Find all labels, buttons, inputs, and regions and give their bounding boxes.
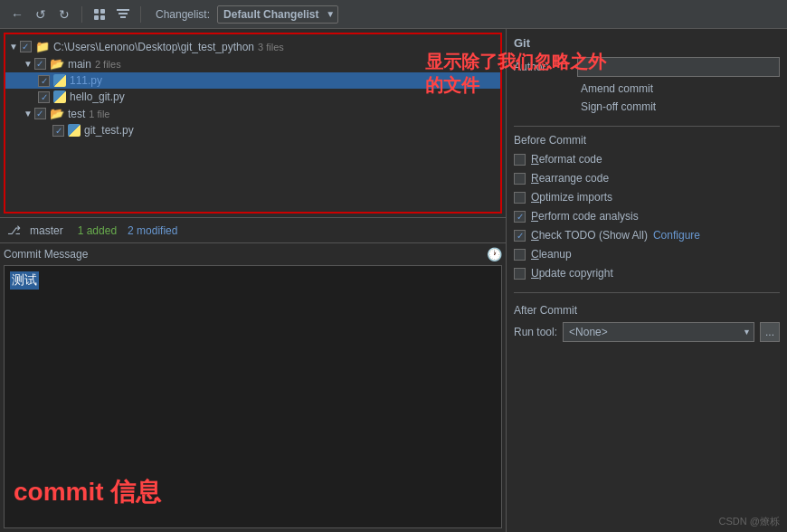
- analysis-label: Perform code analysis: [531, 210, 639, 223]
- tree-test-folder[interactable]: ▼ 📂 test 1 file: [5, 105, 500, 122]
- 111py-checkbox[interactable]: [38, 75, 50, 87]
- cleanup-checkbox[interactable]: [514, 249, 526, 261]
- tree-git-test-py[interactable]: git_test.py: [5, 122, 500, 138]
- root-folder-icon: 📁: [35, 40, 50, 53]
- before-commit-title: Before Commit: [514, 134, 780, 147]
- redo-button[interactable]: ↻: [54, 5, 74, 24]
- root-path-label: C:\Users\Lenono\Desktop\git_test_python: [53, 41, 254, 53]
- back-button[interactable]: ←: [7, 5, 27, 24]
- commit-editor[interactable]: 测试 commit 信息: [4, 265, 502, 528]
- rearrange-checkbox[interactable]: [514, 173, 526, 185]
- option-copyright: Update copyright: [514, 266, 780, 280]
- tree-root-item[interactable]: ▼ 📁 C:\Users\Lenono\Desktop\git_test_pyt…: [5, 38, 500, 55]
- reformat-label: Reformat code: [531, 153, 602, 166]
- changelist-label: Changelist:: [156, 8, 210, 21]
- signoff-commit-link[interactable]: Sign-off commit: [581, 100, 656, 113]
- analysis-checkbox[interactable]: [514, 211, 526, 223]
- sort-button[interactable]: [113, 5, 133, 24]
- status-bar: ⎇ master 1 added 2 modified: [0, 217, 506, 243]
- main-checkbox[interactable]: [34, 58, 46, 70]
- git-test-icon: [68, 124, 81, 137]
- option-todo: Check TODO (Show All) Configure: [514, 228, 780, 242]
- main-count: 2 files: [95, 59, 121, 70]
- tree-main-folder[interactable]: ▼ 📂 main 2 files: [5, 55, 500, 72]
- rearrange-label: Rearrange code: [531, 172, 609, 185]
- hello-git-icon: [53, 90, 66, 103]
- run-tool-label: Run tool:: [514, 326, 557, 338]
- commit-area: Commit Message 🕐 测试 commit 信息: [0, 243, 506, 532]
- divider-2: [514, 292, 780, 293]
- group-button[interactable]: [90, 5, 109, 24]
- option-cleanup: Cleanup: [514, 247, 780, 261]
- run-tool-row: Run tool: <None> ▼ ...: [514, 322, 780, 342]
- svg-rect-3: [100, 15, 105, 20]
- separator-1: [81, 6, 82, 23]
- status-modified: 2 modified: [128, 224, 177, 237]
- watermark: CSDN @燎栎: [719, 515, 780, 528]
- root-count-label: 3 files: [258, 42, 284, 52]
- after-commit-title: After Commit: [514, 304, 780, 317]
- main-label: main: [68, 58, 91, 71]
- test-checkbox[interactable]: [34, 108, 46, 119]
- optimize-label: Optimize imports: [531, 191, 612, 204]
- test-folder-icon: 📂: [50, 107, 64, 120]
- svg-rect-6: [120, 16, 126, 18]
- tree-111py[interactable]: 111.py: [5, 72, 500, 89]
- run-tool-select-wrapper: <None> ▼: [563, 322, 754, 342]
- clock-icon[interactable]: 🕐: [487, 247, 502, 261]
- reformat-checkbox[interactable]: [514, 154, 526, 166]
- hello-git-checkbox[interactable]: [38, 91, 50, 103]
- svg-rect-5: [119, 13, 128, 14]
- toolbar: ← ↺ ↻ Changelist: Default Changelist ▼: [0, 0, 787, 29]
- test-arrow-icon: ▼: [24, 109, 33, 119]
- signoff-row: Sign-off commit: [514, 100, 780, 113]
- test-label: test: [68, 108, 85, 120]
- option-reformat: Reformat code: [514, 152, 780, 166]
- git-test-checkbox[interactable]: [52, 125, 64, 137]
- separator-2: [140, 6, 141, 23]
- left-panel: ▼ 📁 C:\Users\Lenono\Desktop\git_test_pyt…: [0, 29, 507, 532]
- commit-message-label: Commit Message: [4, 248, 88, 261]
- divider-1: [514, 126, 780, 127]
- root-arrow-icon: ▼: [9, 42, 18, 52]
- right-panel: Git Author: Amend commit Sign-off commit…: [507, 29, 787, 532]
- changelist-wrapper: Default Changelist ▼: [217, 5, 338, 24]
- 111py-icon: [53, 74, 66, 87]
- tree-hello-git-py[interactable]: hello_git.py: [5, 89, 500, 105]
- main-layout: ▼ 📁 C:\Users\Lenono\Desktop\git_test_pyt…: [0, 29, 787, 532]
- svg-rect-0: [94, 9, 99, 14]
- svg-rect-4: [117, 9, 129, 11]
- test-count: 1 file: [89, 109, 109, 119]
- author-row: Author:: [514, 57, 780, 77]
- amend-commit-link[interactable]: Amend commit: [581, 82, 653, 95]
- option-optimize: Optimize imports: [514, 190, 780, 204]
- git-section-title: Git: [514, 36, 780, 50]
- todo-label: Check TODO (Show All): [531, 229, 648, 242]
- 111py-label: 111.py: [70, 74, 102, 87]
- configure-link[interactable]: Configure: [653, 229, 700, 242]
- commit-text: 测试: [10, 271, 39, 290]
- author-input[interactable]: [577, 57, 780, 77]
- branch-icon: ⎇: [7, 223, 21, 237]
- after-commit-section: After Commit Run tool: <None> ▼ ...: [514, 304, 780, 342]
- author-label: Author:: [514, 61, 577, 73]
- git-test-label: git_test.py: [84, 124, 134, 137]
- run-tool-select[interactable]: <None>: [563, 322, 754, 342]
- todo-checkbox[interactable]: [514, 230, 526, 242]
- root-checkbox[interactable]: [20, 41, 32, 52]
- commit-header: Commit Message 🕐: [4, 247, 502, 261]
- svg-rect-1: [100, 9, 105, 14]
- file-tree-area: ▼ 📁 C:\Users\Lenono\Desktop\git_test_pyt…: [4, 33, 502, 214]
- changelist-select[interactable]: Default Changelist: [217, 5, 338, 24]
- svg-rect-2: [94, 15, 99, 20]
- amend-row: Amend commit: [514, 82, 780, 95]
- commit-annotation: commit 信息: [14, 475, 161, 509]
- option-analysis: Perform code analysis: [514, 209, 780, 223]
- option-rearrange: Rearrange code: [514, 171, 780, 185]
- branch-name: master: [30, 224, 63, 237]
- run-tool-dots-button[interactable]: ...: [760, 322, 780, 342]
- optimize-checkbox[interactable]: [514, 192, 526, 204]
- status-added: 1 added: [78, 224, 117, 237]
- copyright-checkbox[interactable]: [514, 268, 526, 280]
- undo-button[interactable]: ↺: [31, 5, 51, 24]
